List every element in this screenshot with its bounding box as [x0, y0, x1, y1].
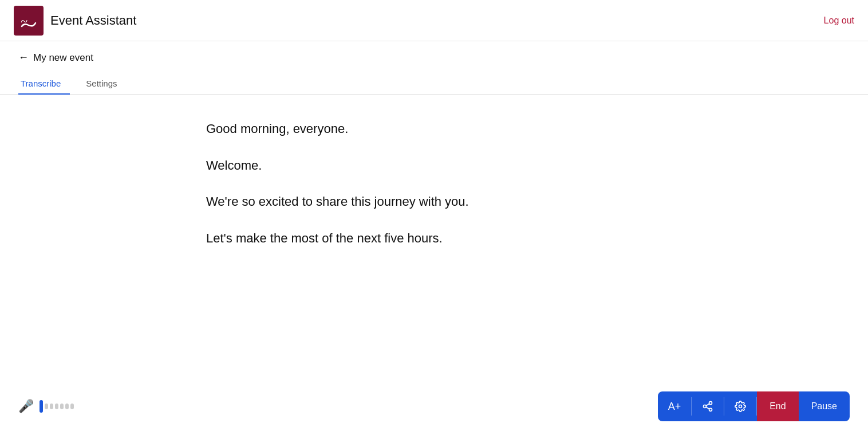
transcript-line-2: Welcome. — [206, 154, 662, 177]
audio-bars — [40, 398, 74, 414]
end-button[interactable]: End — [757, 391, 798, 421]
audio-bar-7 — [70, 404, 74, 409]
app-title: Event Assistant — [50, 13, 136, 28]
font-size-button[interactable]: A+ — [658, 391, 692, 421]
audio-bar-1 — [40, 400, 43, 413]
audio-bar-3 — [50, 404, 53, 409]
header-left: ~ Event Assistant — [14, 6, 136, 36]
transcript-area: Good morning, everyone. Welcome. We're s… — [0, 95, 868, 286]
pause-button[interactable]: Pause — [799, 391, 850, 421]
svg-line-4 — [706, 407, 709, 409]
tab-transcribe[interactable]: Transcribe — [18, 73, 70, 94]
share-icon — [702, 401, 713, 412]
share-button[interactable] — [692, 391, 724, 421]
svg-line-5 — [706, 404, 709, 405]
audio-indicator: 🎤 — [18, 398, 74, 414]
audio-bar-5 — [60, 404, 64, 409]
gear-icon — [735, 401, 746, 412]
back-button[interactable]: ← My new event — [18, 52, 93, 64]
logo-icon: ~ — [18, 10, 39, 31]
transcript-line-1: Good morning, everyone. — [206, 117, 662, 140]
event-name: My new event — [33, 52, 93, 64]
tab-settings[interactable]: Settings — [84, 73, 126, 94]
sub-header: ← My new event — [0, 41, 868, 64]
tabs-nav: Transcribe Settings — [0, 73, 868, 95]
transcript-line-4: Let's make the most of the next five hou… — [206, 227, 662, 250]
logout-button[interactable]: Log out — [824, 15, 854, 26]
settings-button[interactable] — [724, 391, 756, 421]
transcript-line-3: We're so excited to share this journey w… — [206, 190, 662, 213]
svg-point-6 — [739, 405, 742, 408]
controls-bar: A+ End Pause — [658, 391, 850, 421]
audio-bar-2 — [45, 404, 48, 409]
audio-bar-6 — [65, 404, 69, 409]
bottom-bar: 🎤 A+ End P — [0, 386, 868, 427]
back-arrow-icon: ← — [18, 52, 29, 64]
microphone-icon: 🎤 — [18, 399, 34, 414]
app-logo: ~ — [14, 6, 44, 36]
audio-bar-4 — [55, 404, 58, 409]
app-header: ~ Event Assistant Log out — [0, 0, 868, 41]
